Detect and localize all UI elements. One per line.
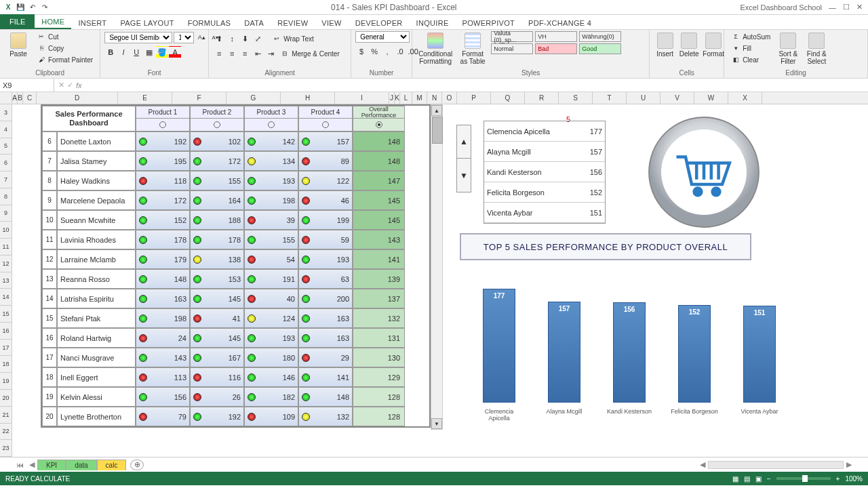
row-header[interactable]: 21 [0,407,12,424]
row-header[interactable]: 7 [0,171,12,188]
align-top-icon[interactable]: ⬆ [213,33,225,45]
file-tab[interactable]: FILE [0,14,35,29]
bold-button[interactable]: B [104,46,117,58]
select-all-corner[interactable] [0,92,12,104]
cell-styles-gallery[interactable]: Valuta (0)_sp... VH Währung(0) Normal Ba… [491,31,621,54]
row-header[interactable]: 15 [0,306,12,323]
tab-developer[interactable]: DEVELOPER [349,17,410,29]
view-break-icon[interactable]: ▣ [755,475,762,483]
col-header[interactable]: O [442,92,457,104]
dashboard-scrollbar[interactable]: ▲ ▼ [431,104,443,430]
currency-icon[interactable]: $ [355,45,368,58]
save-icon[interactable]: 💾 [15,2,26,13]
row-header[interactable]: 23 [0,440,12,457]
increase-font-icon[interactable]: A▴ [195,31,208,43]
sheet-area[interactable]: Sales Performance Dashboard Product 1Pro… [12,104,868,457]
row-header[interactable]: 19 [0,373,12,390]
zoom-slider[interactable] [776,477,831,480]
hscroll-right-icon[interactable]: ▶ [844,460,854,469]
col-header[interactable]: C [23,92,37,104]
col-header[interactable]: H [281,92,335,104]
col-header[interactable]: Q [491,92,525,104]
col-header[interactable]: U [627,92,660,104]
row-header[interactable]: 9 [0,205,12,222]
col-header[interactable]: S [559,92,593,104]
radio-product-4[interactable] [322,121,329,128]
number-format-select[interactable]: General [355,31,410,43]
sheet-tab-data[interactable]: data [66,460,96,470]
row-header[interactable]: 12 [0,256,12,272]
maximize-icon[interactable]: ☐ [843,3,850,12]
align-right-icon[interactable]: ≡ [239,47,251,60]
style-item[interactable]: VH [535,31,577,42]
sort-filter-button[interactable]: Sort & Filter [774,31,802,66]
horizontal-scrollbar[interactable] [708,461,844,469]
col-header[interactable]: L [400,92,412,104]
find-select-button[interactable]: Find & Select [803,31,830,66]
scroll-thumb[interactable] [432,117,443,144]
style-item[interactable]: Währung(0) [579,31,621,42]
undo-icon[interactable]: ↶ [27,2,38,13]
cancel-formula-icon[interactable]: ✕ [58,81,64,89]
tab-insert[interactable]: INSERT [71,17,113,29]
row-header[interactable]: 17 [0,340,12,357]
style-good[interactable]: Good [579,43,621,54]
align-left-icon[interactable]: ≡ [213,47,225,60]
hscroll-left-icon[interactable]: ◀ [697,460,708,469]
row-header[interactable]: 10 [0,222,12,239]
fx-icon[interactable]: fx [76,81,82,89]
insert-cells-button[interactable]: Insert [654,31,676,59]
radio-product-1[interactable] [159,121,166,128]
radio-product-2[interactable] [214,121,220,128]
col-header[interactable]: V [660,92,694,104]
row-header[interactable]: 3 [0,104,12,121]
tab-inquire[interactable]: INQUIRE [410,17,456,29]
fill-color-button[interactable]: 🪣 [156,46,168,58]
col-header[interactable]: W [694,92,728,104]
radio-product-3[interactable] [268,121,275,128]
sheet-tab-calc[interactable]: calc [97,460,127,470]
col-header[interactable]: M [412,92,427,104]
close-icon[interactable]: ✕ [856,3,863,12]
orientation-icon[interactable]: ⤢ [252,33,264,45]
row-header[interactable]: 13 [0,272,12,289]
minimize-icon[interactable]: — [829,3,836,12]
row-header[interactable]: 20 [0,390,12,407]
row-header[interactable]: 4 [0,121,12,138]
indent-inc-icon[interactable]: ⇥ [264,47,277,60]
row-header[interactable]: 8 [0,188,12,205]
confirm-formula-icon[interactable]: ✓ [67,81,73,89]
spinner-down[interactable]: ▼ [457,159,471,192]
wrap-text-button[interactable]: ↩Wrap Text [269,33,317,45]
tab-data[interactable]: DATA [237,17,271,29]
style-bad[interactable]: Bad [535,43,577,54]
nav-first-icon[interactable]: ⏮ [14,461,26,469]
tab-view[interactable]: VIEW [315,17,348,29]
conditional-formatting-button[interactable]: Conditional Formatting [416,31,454,66]
col-header[interactable]: K [395,92,400,104]
col-header[interactable]: F [172,92,226,104]
row-header[interactable]: 18 [0,356,12,373]
clear-button[interactable]: ◧Clear [728,54,773,65]
tab-review[interactable]: REVIEW [271,17,315,29]
font-size-select[interactable]: 10 [174,32,194,43]
format-as-table-button[interactable]: Format as Table [456,31,490,66]
tab-powerpivot[interactable]: POWERPIVOT [456,17,522,29]
row-header[interactable]: 16 [0,323,12,340]
col-header[interactable]: X [728,92,762,104]
delete-cells-button[interactable]: Delete [677,31,701,59]
inc-decimal-icon[interactable]: .0 [394,45,406,58]
underline-button[interactable]: U [130,46,142,58]
col-header[interactable]: A [12,92,18,104]
format-painter-button[interactable]: 🖌Format Painter [34,54,96,65]
tab-pdf[interactable]: PDF-XChange 4 [521,17,598,29]
sheet-tab-kpi[interactable]: KPI [37,460,66,470]
percent-icon[interactable]: % [368,45,380,58]
scroll-down-icon[interactable]: ▼ [431,418,442,429]
row-header[interactable]: 5 [0,138,12,155]
col-header[interactable]: D [37,92,118,104]
spinner-up[interactable]: ▲ [457,125,471,159]
col-header[interactable]: G [226,92,281,104]
indent-dec-icon[interactable]: ⇤ [252,47,264,60]
redo-icon[interactable]: ↷ [39,2,50,13]
